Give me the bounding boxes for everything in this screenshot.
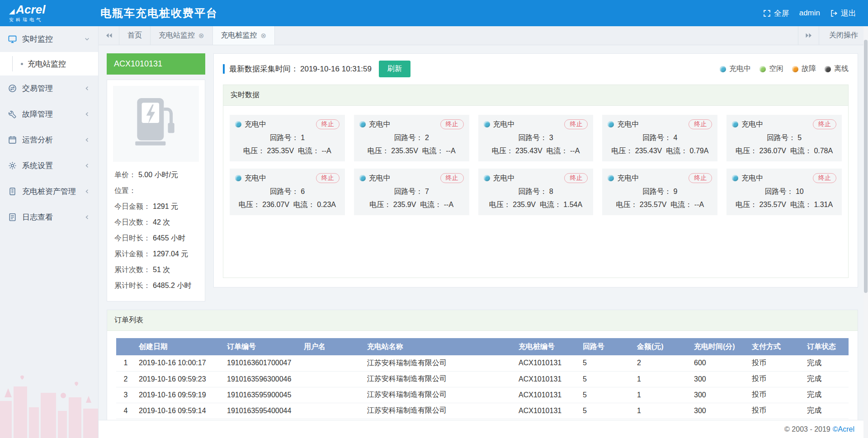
page-content: ACX1010131 <box>99 45 868 420</box>
fullscreen-button[interactable]: 全屏 <box>763 8 789 19</box>
order-row[interactable]: 42019-10-16 09:59:141910163595400044江苏安科… <box>116 403 849 419</box>
vertical-scrollbar[interactable] <box>863 26 868 438</box>
order-cell: 完成 <box>803 355 849 371</box>
accent-bar <box>223 64 225 74</box>
order-row[interactable]: 32019-10-16 09:59:191910163595900045江苏安科… <box>116 387 849 403</box>
sidebar-item-label: 交易管理 <box>22 83 53 94</box>
fast-forward-icon <box>804 33 813 38</box>
stat-value: 51 次 <box>153 266 170 273</box>
order-cell: 投币 <box>748 387 803 403</box>
tab-1[interactable]: 充电站监控⊗ <box>151 26 213 45</box>
charging-dot-icon <box>608 175 614 181</box>
row-index: 3 <box>116 387 135 403</box>
channel-card: 充电中终止回路号： 5电压： 236.07V 电流： 0.78A <box>726 115 842 161</box>
stop-button[interactable]: 终止 <box>316 173 340 183</box>
charging-dot-icon <box>235 175 241 181</box>
channel-status: 充电中 <box>484 174 515 183</box>
footer-brand-link[interactable]: ©Acrel <box>833 425 854 433</box>
stat-label: 今日金额： <box>114 203 151 210</box>
sidebar-item-label: 运营分析 <box>22 135 53 145</box>
topbar-actions: 全屏 admin 退出 <box>763 8 868 19</box>
orders-section-title: 订单列表 <box>107 310 858 331</box>
charging-dot-icon <box>235 121 241 127</box>
realtime-section: 实时数据 充电中终止回路号： 1电压： 235.35V 电流： --A充电中终止… <box>223 85 849 278</box>
channel-status: 充电中 <box>608 174 639 183</box>
column-header: 充电时间(分) <box>690 338 748 355</box>
tabs-scroll-right-button[interactable] <box>798 26 819 45</box>
sidebar-item-1[interactable]: 交易管理 <box>0 75 98 101</box>
channel-card: 充电中终止回路号： 1电压： 235.35V 电流： --A <box>230 115 345 161</box>
status-dot-icon <box>760 66 766 72</box>
status-legend: 充电中空闲故障离线 <box>720 64 849 74</box>
sidebar-item-4[interactable]: 系统设置 <box>0 153 98 179</box>
scrollbar-thumb[interactable] <box>864 40 868 293</box>
channel-circuit: 回路号： 7 <box>359 187 464 197</box>
orders-table: 创建日期订单编号用户名充电站名称充电桩编号回路号金额(元)充电时间(分)支付方式… <box>116 338 849 420</box>
tab-close-icon[interactable]: ⊗ <box>198 32 204 39</box>
stat-value: 5.00 小时/元 <box>138 171 178 179</box>
stat-label: 位置： <box>114 187 136 194</box>
chevron-left-icon <box>84 85 90 91</box>
stat-label: 今日次数： <box>114 218 151 226</box>
channel-card: 充电中终止回路号： 6电压： 236.07V 电流： 0.23A <box>230 169 345 215</box>
stop-button[interactable]: 终止 <box>813 119 836 129</box>
stop-button[interactable]: 终止 <box>564 119 588 129</box>
channel-status: 充电中 <box>359 120 391 129</box>
charging-dot-icon <box>484 121 490 127</box>
channel-circuit: 回路号： 4 <box>608 133 712 143</box>
analysis-icon <box>8 136 17 144</box>
device-stat: 累计次数：51 次 <box>113 262 199 278</box>
chevron-left-icon <box>84 163 90 169</box>
stop-button[interactable]: 终止 <box>689 173 712 183</box>
tab-0[interactable]: 首页 <box>119 26 151 45</box>
order-cell: 1910163601700047 <box>223 355 300 371</box>
tabs-scroll-left-button[interactable] <box>99 26 119 45</box>
stop-button[interactable]: 终止 <box>440 173 464 183</box>
order-row[interactable]: 22019-10-16 09:59:231910163596300046江苏安科… <box>116 371 849 387</box>
stop-button[interactable]: 终止 <box>440 119 464 129</box>
order-cell: 5 <box>579 371 633 387</box>
sidebar-nav: 实时监控充电站监控交易管理故障管理运营分析系统设置充电桩资产管理日志查看 <box>0 26 98 230</box>
channel-card: 充电中终止回路号： 4电压： 235.43V 电流： 0.79A <box>602 115 717 161</box>
device-stat: 今日时长：6455 小时 <box>113 231 199 246</box>
stat-value: 42 次 <box>153 218 170 226</box>
logout-label: 退出 <box>841 8 856 19</box>
device-stat: 单价：5.00 小时/元 <box>113 167 199 183</box>
channel-status: 充电中 <box>235 174 266 183</box>
sidebar-subitem-label: 充电站监控 <box>28 59 66 69</box>
sidebar-item-5[interactable]: 充电桩资产管理 <box>0 179 98 204</box>
order-cell: 1 <box>633 387 690 403</box>
sidebar-item-6[interactable]: 日志查看 <box>0 204 98 230</box>
order-row[interactable]: 12019-10-16 10:00:171910163601700047江苏安科… <box>116 355 849 371</box>
tab-2[interactable]: 充电桩监控⊗ <box>213 26 275 45</box>
legend-item: 故障 <box>792 64 816 74</box>
stop-button[interactable]: 终止 <box>689 119 712 129</box>
order-cell: ACX1010131 <box>515 387 579 403</box>
chevron-left-icon <box>84 214 90 220</box>
tab-close-icon[interactable]: ⊗ <box>261 32 267 39</box>
tab-label: 首页 <box>127 31 142 40</box>
user-name[interactable]: admin <box>799 9 820 18</box>
logout-button[interactable]: 退出 <box>830 8 856 19</box>
sidebar-item-3[interactable]: 运营分析 <box>0 127 98 153</box>
device-stat: 今日金额：1291 元 <box>113 199 199 215</box>
sidebar-subitem[interactable]: 充电站监控 <box>0 52 98 75</box>
close-operations-button[interactable]: 关闭操作 <box>819 26 868 45</box>
sidebar-item-2[interactable]: 故障管理 <box>0 101 98 127</box>
stop-button[interactable]: 终止 <box>564 173 588 183</box>
stop-button[interactable]: 终止 <box>813 173 836 183</box>
legend-label: 空闲 <box>769 64 783 74</box>
order-cell: 300 <box>690 371 748 387</box>
channel-values: 电压： 235.9V 电流： 1.54A <box>484 200 588 210</box>
legend-label: 故障 <box>802 64 816 74</box>
stop-button[interactable]: 终止 <box>316 119 340 129</box>
sidebar-item-0[interactable]: 实时监控 <box>0 26 98 52</box>
order-cell: 300 <box>690 387 748 403</box>
main-area: 首页充电站监控⊗充电桩监控⊗ 关闭操作 ACX1010131 <box>99 26 868 438</box>
fault-icon <box>8 110 17 118</box>
channel-values: 电压： 235.43V 电流： 0.79A <box>608 146 712 156</box>
refresh-button[interactable]: 刷新 <box>379 61 410 77</box>
tab-label: 充电桩监控 <box>221 31 257 40</box>
sidebar-item-label: 日志查看 <box>22 212 53 222</box>
order-cell: 投币 <box>748 371 803 387</box>
